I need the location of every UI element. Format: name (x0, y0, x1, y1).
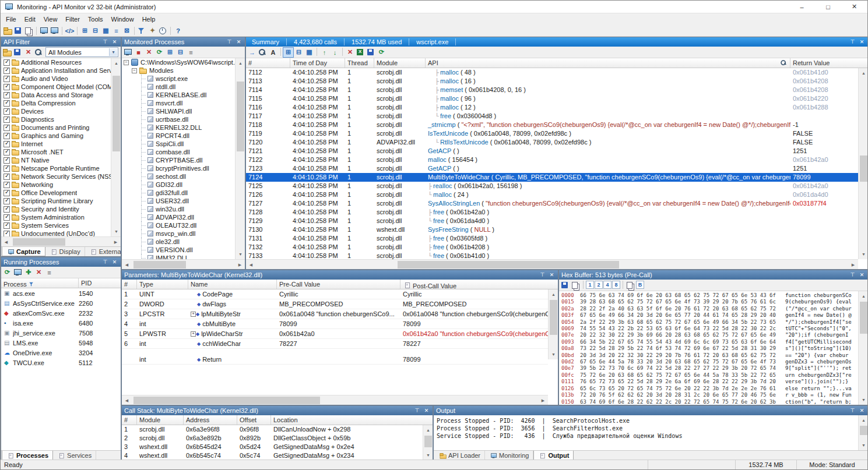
refresh-modules-icon[interactable]: ⟳ (154, 48, 164, 57)
scroll-up-icon[interactable] (859, 68, 868, 78)
checkbox-checked-icon[interactable] (3, 76, 10, 82)
export-icon[interactable] (24, 26, 34, 36)
close-icon[interactable] (423, 407, 430, 414)
checkbox-checked-icon[interactable] (3, 125, 10, 131)
scroll-left-icon[interactable] (246, 260, 256, 270)
output-tab-api-loader[interactable]: API Loader (434, 451, 485, 460)
api-category-item[interactable]: Internet (1, 140, 111, 148)
process-row[interactable]: ▪isa.exe6480 (1, 318, 121, 328)
expand-all-icon[interactable]: ⊞ (165, 48, 175, 57)
scroll-thumb[interactable] (860, 156, 867, 182)
process-row[interactable]: ▤LMS.exe5948 (1, 338, 121, 348)
api-call-row[interactable]: 71304:04:10.258 PM1wshext.dllSysFreeStri… (246, 225, 858, 234)
column-header--[interactable]: # (122, 280, 137, 289)
api-call-row[interactable]: 71274:04:10.258 PM1scrobj.dllSysAllocStr… (246, 199, 858, 208)
api-category-item[interactable]: Security and Identity (1, 205, 111, 213)
api-call-row[interactable]: 71334:04:10.258 PM1scrobj.dll└free ( 0x0… (246, 252, 858, 259)
column-header-thread[interactable]: Thread (345, 58, 374, 68)
api-call-row[interactable]: 71204:04:10.258 PM1ADVAPI32.dll└RtlIsTex… (246, 138, 858, 147)
scroll-right-icon[interactable] (235, 260, 245, 270)
refresh-processes-icon[interactable]: ⟳ (2, 268, 12, 277)
close-icon[interactable] (111, 38, 118, 45)
api-category-item[interactable]: Networking (1, 181, 111, 189)
process-row[interactable]: ☁OneDrive.exe3204 (1, 348, 121, 358)
checkbox-checked-icon[interactable] (3, 165, 10, 172)
module-item[interactable]: KERNEL32.DLL (122, 123, 235, 132)
call-stack-row[interactable]: 3wshext.dll0x6b545d240x5d24GetSignedData… (122, 443, 423, 451)
checkbox-checked-icon[interactable] (3, 198, 10, 204)
scroll-thumb[interactable] (398, 261, 619, 268)
scroll-up-icon[interactable] (423, 425, 433, 435)
api-category-item[interactable]: Microsoft .NET (1, 148, 111, 156)
module-item[interactable]: ADVAPI32.dll (122, 213, 235, 221)
refresh-icon[interactable]: ⟳ (377, 48, 386, 57)
api-category-item[interactable]: NT Native (1, 156, 111, 164)
close-icon[interactable] (548, 271, 556, 278)
filter-tab-external-dll[interactable]: External DLL (85, 247, 121, 256)
save-filter-icon[interactable] (13, 48, 23, 57)
checkbox-checked-icon[interactable] (3, 59, 10, 66)
module-item[interactable]: msvcrt.dll (122, 99, 235, 107)
pin-icon[interactable] (101, 38, 109, 45)
scroll-thumb[interactable] (550, 300, 557, 335)
checkbox-checked-icon[interactable] (3, 92, 10, 98)
module-item[interactable]: KERNELBASE.dll (122, 91, 235, 99)
process-row[interactable]: ▣acs.exe1540 (1, 288, 121, 298)
api-call-row[interactable]: 71184:04:10.258 PM1scrobj.dll_strnicmp (… (246, 121, 858, 129)
vertical-scrollbar[interactable] (548, 289, 558, 359)
tools-icon[interactable]: ✦ (147, 26, 157, 36)
column-header--[interactable]: # (246, 58, 290, 68)
maximize-button[interactable] (815, 1, 841, 13)
filter-icon[interactable] (137, 26, 147, 36)
module-item[interactable]: OLEAUT32.dll (122, 221, 235, 229)
column-header-location[interactable]: Location (271, 415, 424, 425)
api-call-row[interactable]: 71124:04:10.258 PM1scrobj.dll├malloc ( 4… (246, 68, 858, 77)
api-category-item[interactable]: Scripting Runtime Library (1, 197, 111, 205)
group-bytes-1-icon[interactable]: 1 (586, 281, 594, 289)
checkbox-checked-icon[interactable] (3, 116, 10, 123)
monitor-process-icon[interactable] (13, 268, 23, 277)
scroll-down-icon[interactable] (111, 227, 121, 236)
vertical-scrollbar[interactable] (235, 58, 245, 259)
pin-icon[interactable] (539, 271, 546, 278)
output-tab-monitoring[interactable]: Monitoring (485, 451, 533, 460)
scroll-up-icon[interactable] (236, 58, 245, 68)
module-item[interactable]: wscript.exe (122, 75, 235, 83)
checkbox-checked-icon[interactable] (3, 141, 10, 147)
search-icon[interactable] (780, 59, 788, 67)
copy-buffer-icon[interactable] (571, 281, 581, 290)
scroll-right-icon[interactable] (848, 260, 858, 270)
vertical-scrollbar[interactable] (423, 425, 433, 460)
checkbox-checked-icon[interactable] (3, 206, 10, 213)
scroll-thumb[interactable] (237, 82, 244, 151)
api-category-item[interactable]: System Administration (1, 213, 111, 221)
api-call-row[interactable]: 71324:04:10.258 PM1scrobj.dll├free ( 0x0… (246, 243, 858, 252)
horizontal-scrollbar[interactable] (122, 259, 245, 269)
module-item[interactable]: gdi32full.dll (122, 189, 235, 197)
sort-filter-icon[interactable] (29, 281, 35, 287)
view-summary-icon[interactable]: ⊞ (80, 26, 90, 36)
stop-monitoring-icon[interactable]: ■ (133, 48, 143, 57)
vertical-scrollbar[interactable] (858, 415, 868, 450)
properties-icon[interactable]: ≡ (186, 48, 196, 57)
close-icon[interactable] (858, 407, 866, 414)
scroll-down-icon[interactable] (236, 249, 245, 259)
module-item[interactable]: sechost.dll (122, 172, 235, 181)
call-stack-row[interactable]: 1scrobj.dll0x6a3e96f80x96f8DllCanUnloadN… (122, 425, 423, 434)
minimize-button[interactable] (789, 1, 815, 13)
view-hex-buffer-icon[interactable]: ▦ (101, 26, 111, 36)
scroll-up-icon[interactable] (859, 291, 868, 301)
scroll-up-icon[interactable] (549, 289, 558, 299)
scroll-thumb[interactable] (13, 238, 65, 246)
timer-icon[interactable] (158, 26, 168, 36)
module-item[interactable]: msvcp_win.dll (122, 229, 235, 238)
clear-display-icon[interactable]: ✕ (345, 48, 355, 57)
font-icon[interactable]: A (268, 48, 278, 57)
api-category-item[interactable]: Office Development (1, 189, 111, 197)
scroll-down-icon[interactable] (859, 395, 868, 405)
api-category-item[interactable]: Devices (1, 107, 111, 115)
module-item[interactable]: bcryptPrimitives.dll (122, 164, 235, 172)
save-buffer-icon[interactable] (560, 281, 570, 290)
pin-icon[interactable] (226, 38, 233, 45)
close-icon[interactable] (858, 271, 866, 278)
